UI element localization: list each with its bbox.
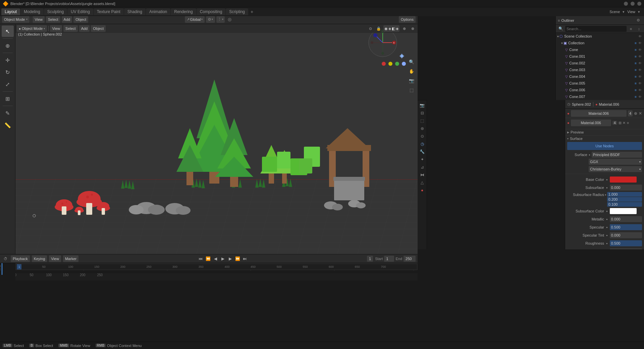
options-menu[interactable]: Options bbox=[399, 16, 416, 23]
specular-input[interactable]: 0.500 bbox=[610, 224, 642, 230]
rotate-tool[interactable]: ↻ bbox=[2, 66, 14, 78]
cone006-vis-icon[interactable]: 👁 bbox=[637, 88, 643, 92]
cone-vis-icon[interactable]: 👁 bbox=[637, 48, 643, 52]
modifier-props-icon[interactable]: 🔧 bbox=[419, 148, 426, 155]
marker-menu[interactable]: Marker bbox=[63, 255, 78, 262]
scrub-playhead[interactable]: 1 bbox=[17, 264, 21, 269]
select-button[interactable]: Select bbox=[63, 25, 78, 32]
select-tool[interactable]: ↖ bbox=[2, 26, 14, 37]
move-tool[interactable]: ✛ bbox=[2, 54, 14, 66]
tab-shading[interactable]: Shading bbox=[124, 8, 146, 15]
maximize-button[interactable] bbox=[631, 2, 635, 6]
subsystem-selector[interactable]: Christensen-Burley ▾ bbox=[589, 166, 642, 172]
collection-vis-icon[interactable]: 👁 bbox=[637, 41, 643, 45]
object-mode-dropdown[interactable]: Object Mode ▾ bbox=[2, 16, 30, 23]
specular-tint-input[interactable]: 0.000 bbox=[610, 232, 642, 238]
step-forward-button[interactable]: ▶ bbox=[227, 255, 233, 262]
view-menu[interactable]: View bbox=[33, 16, 45, 23]
annotate-tool[interactable]: ✎ bbox=[2, 107, 14, 119]
material-copy-icon[interactable]: ⊕ bbox=[634, 111, 637, 116]
material-name-button-2[interactable]: Material.006 bbox=[571, 119, 611, 126]
tab-modeling[interactable]: Modeling bbox=[20, 8, 44, 15]
outliner-filter-options-icon[interactable]: ≡ bbox=[627, 25, 635, 33]
render-preview-icon[interactable]: ⬚ bbox=[408, 86, 416, 94]
particles-props-icon[interactable]: ✦ bbox=[419, 156, 426, 163]
camera-icon[interactable]: 📷 bbox=[408, 77, 416, 85]
playhead[interactable] bbox=[2, 263, 2, 275]
outliner-search-input[interactable] bbox=[565, 26, 627, 32]
outliner-item-cone005[interactable]: ▽ Cone.005 ≡ 👁 bbox=[556, 80, 644, 87]
prev-keyframe-button[interactable]: ⏪ bbox=[205, 255, 211, 262]
object-button[interactable]: Object bbox=[91, 25, 106, 32]
preview-header[interactable]: ▶ Preview bbox=[567, 130, 642, 134]
outliner-sync-icon[interactable]: ↕ bbox=[635, 25, 643, 33]
global-transform-dropdown[interactable]: ↗ Global ▾ bbox=[185, 16, 205, 23]
material-props-icon[interactable]: ● bbox=[419, 187, 426, 194]
world-props-icon[interactable]: ⊙ bbox=[419, 133, 426, 140]
constraints-props-icon[interactable]: ⧓ bbox=[419, 171, 426, 179]
material-name-button[interactable]: Material.006 bbox=[571, 110, 627, 117]
minimize-button[interactable] bbox=[624, 2, 628, 6]
measure-tool[interactable]: 📏 bbox=[2, 119, 14, 131]
cone003-vis-icon[interactable]: 👁 bbox=[637, 68, 643, 72]
transform-pivot[interactable]: ⊙ ▾ bbox=[206, 16, 215, 23]
surface-toggle[interactable]: ▾ Surface bbox=[567, 137, 642, 141]
add-menu[interactable]: Add bbox=[62, 16, 72, 23]
play-button[interactable]: ▶ bbox=[219, 255, 226, 262]
proportional-editing[interactable]: ◎ bbox=[226, 16, 233, 23]
jump-start-button[interactable]: ⏮ bbox=[197, 255, 204, 262]
view-menu-timeline[interactable]: View bbox=[49, 255, 61, 262]
base-color-swatch[interactable] bbox=[610, 177, 637, 183]
viewport-3d[interactable]: Y X User Perspective (1) Collection | Sp… bbox=[15, 24, 418, 254]
scene-dropdown[interactable]: ▾ bbox=[623, 10, 625, 14]
ggx-selector[interactable]: GGX ▾ bbox=[589, 159, 642, 165]
start-frame-input[interactable]: 1 bbox=[384, 256, 394, 262]
outliner-search-icon[interactable]: 🔍 bbox=[557, 25, 565, 33]
scene-collection-vis-icon[interactable]: 👁 bbox=[637, 35, 643, 38]
zoom-icon[interactable]: 🔍 bbox=[408, 58, 416, 66]
roughness-input[interactable]: 0.500 bbox=[610, 240, 642, 246]
snap-menu[interactable]: ⋮ ▾ bbox=[216, 16, 225, 23]
object-mode-selector[interactable]: ● Object Mode ▾ bbox=[17, 25, 47, 32]
tab-sculpting[interactable]: Sculpting bbox=[44, 8, 67, 15]
subsurface-input[interactable]: 0.000 bbox=[610, 185, 642, 191]
jump-end-button[interactable]: ⏭ bbox=[241, 255, 248, 262]
viewport-shading-selector[interactable]: ◉ ◈ ◧ ◈ bbox=[383, 25, 399, 32]
tab-layout[interactable]: Layout bbox=[1, 8, 20, 15]
tab-uv-editing[interactable]: UV Editing bbox=[67, 8, 93, 15]
cone004-vis-icon[interactable]: 👁 bbox=[637, 75, 643, 79]
subsurface-r-input[interactable]: 1.000 bbox=[607, 192, 642, 197]
outliner-item-cone001[interactable]: ▽ Cone.001 ≡ 👁 bbox=[556, 53, 644, 60]
scene-collection-item[interactable]: ▾ ⬡ Scene Collection 👁 bbox=[556, 33, 644, 40]
current-frame-input[interactable]: 1 bbox=[367, 256, 373, 262]
add-workspace-button[interactable]: + bbox=[249, 8, 255, 15]
subsurface-b-input[interactable]: 0.100 bbox=[607, 202, 642, 207]
transform-tool[interactable]: ⊞ bbox=[2, 93, 14, 104]
tab-rendering[interactable]: Rendering bbox=[171, 8, 196, 15]
playback-menu[interactable]: Playback bbox=[11, 255, 30, 262]
subsurface-g-input[interactable]: 0.200 bbox=[607, 197, 642, 202]
tab-texture-paint[interactable]: Texture Paint bbox=[94, 8, 124, 15]
output-props-icon[interactable]: ⊟ bbox=[419, 109, 426, 117]
object-props-icon[interactable]: ◷ bbox=[419, 140, 426, 148]
outliner-item-cone007[interactable]: ▽ Cone.007 ≡ 👁 bbox=[556, 93, 644, 100]
data-props-icon[interactable]: △ bbox=[419, 179, 426, 186]
tab-animation[interactable]: Animation bbox=[146, 8, 170, 15]
viewport-lock-icon[interactable]: 🔒 bbox=[375, 25, 382, 32]
cone001-vis-icon[interactable]: 👁 bbox=[637, 55, 643, 58]
cone007-vis-icon[interactable]: 👁 bbox=[637, 95, 643, 99]
frame-scrubber[interactable]: 0 50 100 150 200 250 300 350 400 450 500… bbox=[15, 263, 418, 270]
outliner-item-cone002[interactable]: ▽ Cone.002 ≡ 👁 bbox=[556, 60, 644, 66]
cone002-vis-icon[interactable]: 👁 bbox=[637, 61, 643, 65]
physics-props-icon[interactable]: ⊿ bbox=[419, 163, 426, 171]
select-menu[interactable]: Select bbox=[46, 16, 60, 23]
outliner-item-cone004[interactable]: ▽ Cone.004 ≡ 👁 bbox=[556, 73, 644, 80]
cone005-vis-icon[interactable]: 👁 bbox=[637, 82, 643, 85]
render-props-icon[interactable]: 📷 bbox=[419, 102, 426, 109]
collection-item[interactable]: ▾ ▣ Collection ≡ 👁 bbox=[556, 40, 644, 46]
scale-tool[interactable]: ⤢ bbox=[2, 79, 14, 90]
viewport-overlay-icon[interactable]: ⊕ bbox=[400, 25, 408, 32]
end-frame-input[interactable]: 250 bbox=[404, 256, 416, 262]
outliner-item-cone[interactable]: ▽ Cone ≡ 👁 bbox=[556, 46, 644, 53]
timeline-icon[interactable]: ⏱ bbox=[2, 255, 9, 262]
